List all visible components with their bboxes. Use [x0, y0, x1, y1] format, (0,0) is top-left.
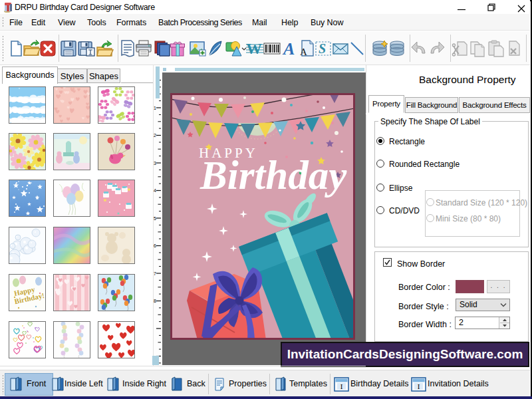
svg-text:1: 1 — [154, 106, 156, 110]
svg-text:I: I — [340, 382, 343, 390]
svg-text:6: 6 — [154, 243, 156, 248]
svg-text:Birthday: Birthday — [200, 153, 347, 198]
svg-text:2: 2 — [154, 133, 156, 138]
svg-text:8: 8 — [154, 299, 156, 303]
svg-text:4: 4 — [154, 188, 156, 193]
svg-text:W: W — [246, 40, 262, 57]
svg-text:3: 3 — [154, 161, 156, 166]
svg-text:7: 7 — [154, 271, 156, 276]
svg-text:5: 5 — [154, 216, 156, 221]
svg-text:A: A — [300, 47, 307, 57]
svg-text:I: I — [418, 382, 420, 390]
svg-text:A: A — [282, 39, 295, 58]
svg-text:S: S — [319, 41, 326, 56]
